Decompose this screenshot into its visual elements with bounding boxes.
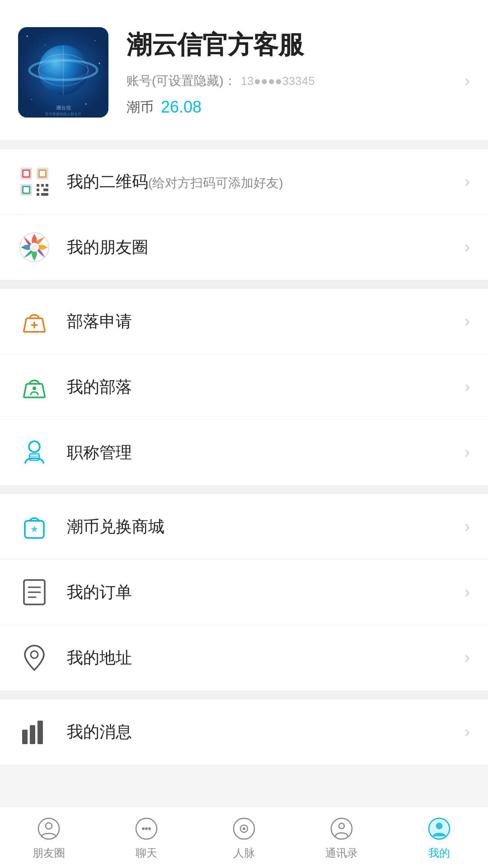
section-separator-1 <box>0 140 488 149</box>
account-chevron-icon: › <box>465 71 470 90</box>
profile-coins-row: 潮币 26.08 <box>127 98 470 117</box>
nav-friends-circle-label: 朋友圈 <box>33 846 65 860</box>
svg-point-5 <box>85 104 87 105</box>
svg-rect-24 <box>41 184 44 187</box>
section-separator-2 <box>0 280 488 289</box>
menu-orders-label: 我的订单 <box>67 581 465 604</box>
menu-section-3: 潮币兑换商城 › 我的订单 › 我的地址 › <box>0 494 488 690</box>
svg-point-52 <box>142 827 145 830</box>
section-separator-3 <box>0 485 488 494</box>
friends-chevron-icon: › <box>465 238 470 257</box>
menu-item-friends[interactable]: 我的朋友圈 › <box>0 215 488 280</box>
svg-point-3 <box>99 63 100 64</box>
svg-rect-25 <box>46 184 48 187</box>
nav-item-chat[interactable]: 聊天 <box>98 815 195 860</box>
nav-item-mine[interactable]: 我的 <box>390 815 488 860</box>
svg-rect-22 <box>23 187 29 193</box>
qr-icon <box>18 165 51 198</box>
nav-item-phonebook[interactable]: 通讯录 <box>293 815 390 860</box>
nav-contacts-label: 人脉 <box>233 846 255 860</box>
svg-rect-46 <box>22 730 28 744</box>
my-tribe-chevron-icon: › <box>465 377 470 396</box>
avatar[interactable]: 潮云信 官方客服热线人脉名片 <box>18 27 108 118</box>
account-number: 13●●●●33345 <box>241 74 315 88</box>
svg-rect-47 <box>30 725 35 744</box>
svg-rect-28 <box>37 193 39 196</box>
nav-mine-icon <box>426 815 453 842</box>
profile-account-row[interactable]: 账号(可设置隐藏)： 13●●●●33345 › <box>127 71 470 90</box>
svg-rect-26 <box>37 189 39 191</box>
section-separator-4 <box>0 690 488 699</box>
svg-point-59 <box>339 823 344 829</box>
svg-rect-29 <box>41 193 48 196</box>
title-mgmt-icon <box>18 436 51 469</box>
coin-shop-chevron-icon: › <box>465 517 470 536</box>
profile-name: 潮云信官方客服 <box>127 28 470 62</box>
svg-point-32 <box>31 244 38 250</box>
svg-rect-23 <box>37 184 39 187</box>
bottom-nav: 朋友圈 聊天 人脉 <box>0 807 488 868</box>
svg-point-1 <box>27 36 28 37</box>
svg-point-61 <box>436 823 442 829</box>
menu-qrcode-label: 我的二维码(给对方扫码可添加好友) <box>67 171 465 193</box>
svg-rect-16 <box>23 171 29 176</box>
svg-point-4 <box>31 99 32 100</box>
svg-point-54 <box>148 827 151 830</box>
orders-chevron-icon: › <box>465 583 470 602</box>
account-label: 账号(可设置隐藏)： <box>127 72 236 90</box>
svg-point-36 <box>29 441 40 452</box>
svg-text:官方客服热线人脉名片: 官方客服热线人脉名片 <box>45 112 81 116</box>
message-icon <box>18 716 51 748</box>
nav-item-friends-circle[interactable]: 朋友圈 <box>0 815 98 860</box>
svg-point-2 <box>94 40 95 41</box>
title-chevron-icon: › <box>465 443 470 462</box>
svg-point-57 <box>243 827 245 830</box>
menu-section-1: 我的二维码(给对方扫码可添加好友) › 我的朋友圈 › <box>0 149 488 280</box>
menu-item-my-tribe[interactable]: 我的部落 › <box>0 354 488 420</box>
menu-item-coin-shop[interactable]: 潮币兑换商城 › <box>0 494 488 560</box>
nav-chat-icon <box>133 815 160 842</box>
nav-mine-label: 我的 <box>428 846 450 860</box>
tribe-apply-icon <box>18 305 51 338</box>
menu-message-label: 我的消息 <box>67 721 465 743</box>
svg-point-35 <box>33 387 36 390</box>
menu-item-qrcode[interactable]: 我的二维码(给对方扫码可添加好友) › <box>0 149 488 215</box>
svg-point-53 <box>145 827 148 830</box>
address-icon <box>18 642 51 674</box>
nav-chat-label: 聊天 <box>136 846 157 860</box>
menu-item-address[interactable]: 我的地址 › <box>0 625 488 690</box>
nav-phonebook-label: 通讯录 <box>325 846 358 860</box>
menu-item-orders[interactable]: 我的订单 › <box>0 560 488 625</box>
qrcode-chevron-icon: › <box>465 172 470 191</box>
menu-item-title-mgmt[interactable]: 职称管理 › <box>0 420 488 485</box>
menu-coin-shop-label: 潮币兑换商城 <box>67 516 465 538</box>
svg-rect-48 <box>38 721 43 744</box>
svg-point-50 <box>46 823 52 829</box>
menu-address-label: 我的地址 <box>67 647 465 669</box>
nav-contacts-icon <box>230 815 258 842</box>
address-chevron-icon: › <box>465 648 470 667</box>
profile-info: 潮云信官方客服 账号(可设置隐藏)： 13●●●●33345 › 潮币 26.0… <box>127 28 470 117</box>
svg-rect-19 <box>40 171 45 176</box>
menu-item-message-partial[interactable]: 我的消息 › <box>0 699 488 764</box>
menu-tribe-apply-label: 部落申请 <box>67 311 465 333</box>
orders-icon <box>18 576 51 609</box>
nav-phonebook-icon <box>328 815 355 842</box>
coins-value: 26.08 <box>161 98 202 117</box>
nav-friends-circle-icon <box>35 815 62 842</box>
profile-section: 潮云信 官方客服热线人脉名片 潮云信官方客服 账号(可设置隐藏)： 13●●●●… <box>0 0 488 140</box>
coins-label: 潮币 <box>127 98 154 117</box>
svg-rect-27 <box>43 189 48 191</box>
menu-friends-label: 我的朋友圈 <box>67 236 465 259</box>
message-chevron-icon: › <box>465 722 470 741</box>
menu-section-2: 部落申请 › 我的部落 › <box>0 289 488 485</box>
svg-text:潮云信: 潮云信 <box>56 105 71 110</box>
tribe-apply-chevron-icon: › <box>465 312 470 331</box>
nav-item-contacts[interactable]: 人脉 <box>195 815 293 860</box>
coin-shop-icon <box>18 510 51 543</box>
svg-point-45 <box>31 651 38 658</box>
menu-item-tribe-apply[interactable]: 部落申请 › <box>0 289 488 354</box>
svg-point-6 <box>45 45 46 46</box>
menu-my-tribe-label: 我的部落 <box>67 376 465 398</box>
menu-title-label: 职称管理 <box>67 442 465 464</box>
